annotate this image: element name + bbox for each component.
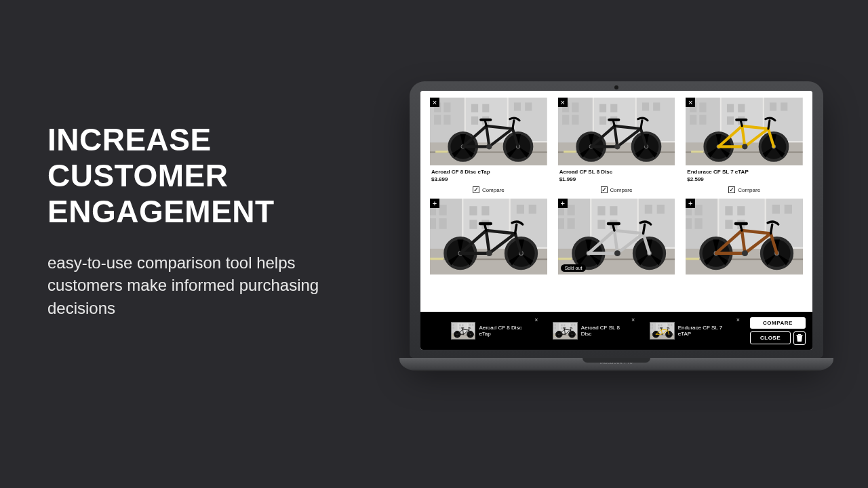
compare-checkbox[interactable] <box>473 186 479 193</box>
remove-icon[interactable]: × <box>686 98 695 107</box>
svg-rect-163 <box>452 327 452 329</box>
product-image[interactable]: + <box>686 199 803 274</box>
compare-checkbox[interactable] <box>728 186 735 193</box>
product-image[interactable]: × <box>430 98 547 165</box>
product-card[interactable]: ×Aeroad CF SL 8 Disc$1.999Compare <box>558 98 675 193</box>
svg-rect-143 <box>772 205 780 214</box>
svg-rect-215 <box>650 327 651 329</box>
svg-rect-59 <box>690 115 696 125</box>
compare-checkbox[interactable] <box>601 186 608 193</box>
product-card[interactable]: ×Aeroad CF 8 Disc eTap$3.699Compare <box>430 98 547 193</box>
add-icon[interactable]: + <box>558 199 568 208</box>
svg-rect-39 <box>642 102 649 110</box>
product-card[interactable]: ×Endurace CF SL 7 eTAP$2.599Compare <box>686 98 803 193</box>
svg-rect-33 <box>562 115 569 125</box>
compare-bar-item[interactable]: × <box>552 321 634 340</box>
svg-rect-118 <box>656 205 664 214</box>
svg-rect-14 <box>525 102 532 110</box>
svg-rect-112 <box>567 218 574 229</box>
svg-rect-144 <box>785 205 792 214</box>
compare-toggle[interactable]: Compare <box>686 186 803 193</box>
product-image[interactable]: +Sold out <box>558 199 675 274</box>
svg-rect-6 <box>443 102 450 112</box>
svg-rect-110 <box>567 205 574 216</box>
svg-rect-86 <box>439 218 447 229</box>
subheadline: easy-to-use comparison tool helps custom… <box>47 251 373 320</box>
product-image[interactable]: × <box>558 98 675 165</box>
headline: INCREASE CUSTOMER ENGAGEMENT <box>47 122 373 230</box>
svg-rect-191 <box>561 324 563 326</box>
product-card[interactable]: + <box>430 199 547 274</box>
svg-rect-190 <box>555 327 556 329</box>
product-card[interactable]: + <box>686 199 803 274</box>
compare-button[interactable]: COMPARE <box>750 317 806 329</box>
svg-rect-63 <box>727 117 734 125</box>
svg-rect-91 <box>517 205 524 214</box>
svg-rect-198 <box>553 336 555 336</box>
svg-rect-34 <box>572 115 578 125</box>
svg-rect-65 <box>770 102 776 110</box>
product-price: $1.999 <box>559 176 674 182</box>
close-icon[interactable]: × <box>736 317 740 323</box>
device-brand: MacBook Pro <box>399 358 833 365</box>
product-card[interactable]: +Sold out <box>558 199 675 274</box>
camera-dot <box>614 85 618 89</box>
add-icon[interactable]: + <box>686 199 695 208</box>
svg-rect-219 <box>658 327 660 329</box>
svg-rect-193 <box>561 327 563 329</box>
product-image[interactable]: + <box>430 199 547 274</box>
svg-rect-218 <box>660 324 662 326</box>
compare-bar: × <box>420 312 812 350</box>
remove-icon[interactable]: × <box>430 98 439 107</box>
svg-rect-94 <box>430 258 443 260</box>
svg-rect-138 <box>695 218 703 229</box>
product-grid-page: ×Aeroad CF 8 Disc eTap$3.699Compare <box>420 91 812 312</box>
svg-point-155 <box>742 250 748 256</box>
svg-rect-216 <box>652 327 653 329</box>
trash-button[interactable] <box>793 331 806 345</box>
svg-rect-16 <box>435 150 448 152</box>
svg-rect-164 <box>453 327 454 329</box>
svg-rect-111 <box>558 218 564 229</box>
svg-rect-36 <box>610 104 617 112</box>
close-button[interactable]: CLOSE <box>750 331 791 344</box>
svg-rect-114 <box>610 206 617 215</box>
compare-label: Compare <box>610 187 633 193</box>
svg-rect-9 <box>471 104 478 112</box>
svg-rect-68 <box>691 150 703 152</box>
app-screen: ×Aeroad CF 8 Disc eTap$3.699Compare <box>420 91 812 350</box>
svg-rect-117 <box>644 205 652 214</box>
svg-rect-11 <box>471 117 478 125</box>
svg-rect-42 <box>564 150 576 152</box>
remove-icon[interactable]: × <box>558 98 568 107</box>
compare-bar-item[interactable]: × <box>649 321 739 340</box>
svg-rect-137 <box>686 218 692 229</box>
trash-icon <box>796 333 803 343</box>
svg-rect-165 <box>459 324 460 326</box>
compare-toggle[interactable]: Compare <box>430 186 547 193</box>
compare-bar-item[interactable]: × <box>450 321 537 340</box>
compare-bar-label: Aeroad CF 8 Disc eTap <box>479 325 532 337</box>
svg-rect-13 <box>514 102 521 110</box>
svg-rect-196 <box>574 324 575 326</box>
svg-rect-40 <box>653 102 660 110</box>
svg-rect-88 <box>481 206 489 215</box>
svg-rect-66 <box>781 102 787 110</box>
svg-rect-32 <box>572 102 578 112</box>
svg-rect-167 <box>459 327 460 329</box>
svg-rect-10 <box>482 104 489 112</box>
svg-point-51 <box>614 144 620 149</box>
sold-out-badge: Sold out <box>561 264 587 272</box>
svg-rect-172 <box>452 336 454 336</box>
product-name: Aeroad CF 8 Disc eTap <box>431 169 546 175</box>
svg-point-233 <box>662 333 663 335</box>
compare-toggle[interactable]: Compare <box>558 186 675 193</box>
close-icon[interactable]: × <box>534 317 538 323</box>
close-icon[interactable]: × <box>631 317 635 323</box>
product-image[interactable]: × <box>686 98 803 165</box>
compare-bar-label: Aeroad CF SL 8 Disc <box>581 325 630 337</box>
compare-label: Compare <box>738 187 760 193</box>
add-icon[interactable]: + <box>430 199 439 208</box>
svg-rect-139 <box>726 206 733 215</box>
svg-rect-8 <box>443 115 450 125</box>
